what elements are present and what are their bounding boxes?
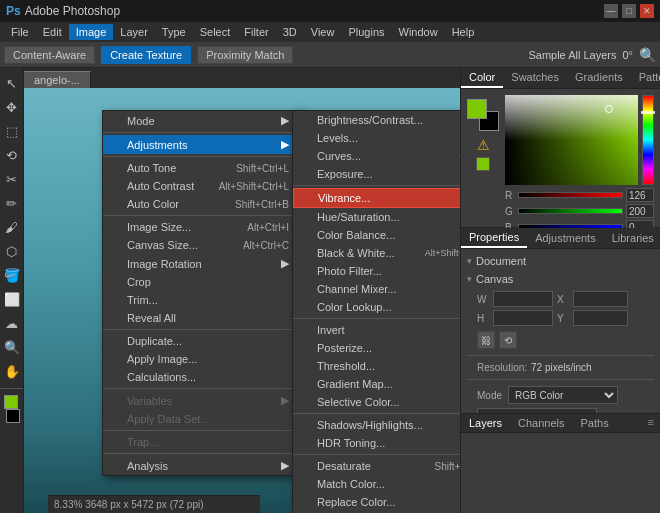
menu-filter[interactable]: Filter — [237, 24, 275, 40]
properties-tab[interactable]: Properties — [461, 228, 527, 248]
bg-color-swatch[interactable] — [6, 409, 20, 423]
adj-hue-sat-item[interactable]: Hue/Saturation...Ctrl+U — [293, 208, 460, 226]
menu-edit[interactable]: Edit — [36, 24, 69, 40]
g-slider[interactable] — [518, 208, 623, 214]
channels-tab[interactable]: Channels — [510, 414, 572, 432]
adj-selective-color-item[interactable]: Selective Color... — [293, 393, 460, 411]
menu-crop-item[interactable]: Crop — [103, 273, 301, 291]
menu-apply-image-item[interactable]: Apply Image... — [103, 350, 301, 368]
adj-exposure-item[interactable]: Exposure... — [293, 165, 460, 183]
patterns-tab[interactable]: Patterns — [631, 68, 660, 88]
eyedropper-tool[interactable]: ✏ — [1, 192, 23, 214]
maximize-button[interactable]: □ — [622, 4, 636, 18]
blur-tool[interactable]: ☁ — [1, 312, 23, 334]
adj-threshold-item[interactable]: Threshold... — [293, 357, 460, 375]
w-input[interactable]: 3648 px — [493, 291, 553, 307]
adjustments-panel-tab[interactable]: Adjustments — [527, 229, 604, 247]
adj-color-balance-item[interactable]: Color Balance...Ctrl+B — [293, 226, 460, 244]
adj-channel-mixer-item[interactable]: Channel Mixer... — [293, 280, 460, 298]
menu-calculations-item[interactable]: Calculations... — [103, 368, 301, 386]
artboard-tool[interactable]: ✥ — [1, 96, 23, 118]
menu-layer[interactable]: Layer — [113, 24, 155, 40]
menu-adjustments-item[interactable]: Adjustments▶ — [103, 135, 301, 154]
search-icon[interactable]: 🔍 — [639, 47, 656, 63]
menu-mode-item[interactable]: Mode▶ — [103, 111, 301, 130]
gradient-tool[interactable]: ⬜ — [1, 288, 23, 310]
adj-curves-item[interactable]: Curves...Ctrl+M — [293, 147, 460, 165]
g-value[interactable] — [626, 204, 654, 218]
adj-shadows-highlights-item[interactable]: Shadows/Highlights... — [293, 416, 460, 434]
mode-select[interactable]: RGB Color CMYK Color Grayscale — [508, 386, 618, 404]
paint-bucket-tool[interactable]: 🪣 — [1, 264, 23, 286]
adj-photo-filter-item[interactable]: Photo Filter... — [293, 262, 460, 280]
adj-vibrance-item[interactable]: Vibrance... — [293, 188, 460, 208]
canvas-header[interactable]: ▾ Canvas — [467, 273, 654, 285]
menu-image[interactable]: Image — [69, 24, 114, 40]
fg-color-box[interactable] — [467, 99, 487, 119]
shape-tool[interactable]: ⬡ — [1, 240, 23, 262]
r-slider[interactable] — [518, 192, 623, 198]
fg-color-swatch[interactable] — [4, 395, 18, 409]
menu-auto-color-item[interactable]: Auto ColorShift+Ctrl+B — [103, 195, 301, 213]
menu-image-size-item[interactable]: Image Size...Alt+Ctrl+I — [103, 218, 301, 236]
adj-bw-item[interactable]: Black & White...Alt+Shift+Ctrl+B — [293, 244, 460, 262]
menu-window[interactable]: Window — [392, 24, 445, 40]
proximity-match-button[interactable]: Proximity Match — [197, 46, 293, 64]
menu-reveal-all-item[interactable]: Reveal All — [103, 309, 301, 327]
adj-gradient-map-item[interactable]: Gradient Map... — [293, 375, 460, 393]
menu-duplicate-item[interactable]: Duplicate... — [103, 332, 301, 350]
menu-file[interactable]: File — [4, 24, 36, 40]
brush-tool[interactable]: 🖌 — [1, 216, 23, 238]
hue-slider[interactable] — [642, 95, 654, 185]
layers-tab[interactable]: Layers — [461, 414, 510, 432]
menu-canvas-size-item[interactable]: Canvas Size...Alt+Ctrl+C — [103, 236, 301, 254]
adj-match-color-item[interactable]: Match Color... — [293, 475, 460, 493]
r-value[interactable] — [626, 188, 654, 202]
minimize-button[interactable]: — — [604, 4, 618, 18]
adj-invert-item[interactable]: InvertCtrl+I — [293, 321, 460, 339]
marquee-tool[interactable]: ⬚ — [1, 120, 23, 142]
menu-auto-tone-item[interactable]: Auto ToneShift+Ctrl+L — [103, 159, 301, 177]
menu-trim-item[interactable]: Trim... — [103, 291, 301, 309]
move-tool[interactable]: ↖ — [1, 72, 23, 94]
adj-hdr-toning-item[interactable]: HDR Toning... — [293, 434, 460, 452]
adj-levels-item[interactable]: Levels...Ctrl+L — [293, 129, 460, 147]
menu-select[interactable]: Select — [193, 24, 238, 40]
close-button[interactable]: ✕ — [640, 4, 654, 18]
y-input[interactable]: 0 px — [573, 310, 628, 326]
fg-bg-colors[interactable] — [467, 99, 499, 131]
swatches-tab[interactable]: Swatches — [503, 68, 567, 88]
adj-desaturate-item[interactable]: DesaturateShift+Ctrl+U — [293, 457, 460, 475]
adj-posterize-item[interactable]: Posterize... — [293, 339, 460, 357]
color-picker[interactable] — [1, 395, 23, 423]
menu-analysis-item[interactable]: Analysis▶ — [103, 456, 301, 475]
lasso-tool[interactable]: ⟲ — [1, 144, 23, 166]
menu-3d[interactable]: 3D — [276, 24, 304, 40]
menu-auto-contrast-item[interactable]: Auto ContrastAlt+Shift+Ctrl+L — [103, 177, 301, 195]
color-preview-small[interactable] — [476, 157, 490, 171]
libraries-tab[interactable]: Libraries — [604, 229, 660, 247]
crop-tool[interactable]: ✂ — [1, 168, 23, 190]
content-aware-button[interactable]: Content-Aware — [4, 46, 95, 64]
menu-image-rotation-item[interactable]: Image Rotation▶ — [103, 254, 301, 273]
menu-type[interactable]: Type — [155, 24, 193, 40]
color-tab[interactable]: Color — [461, 68, 503, 88]
gradients-tab[interactable]: Gradients — [567, 68, 631, 88]
canvas-tab[interactable]: angelo-... — [24, 71, 91, 88]
menu-plugins[interactable]: Plugins — [341, 24, 391, 40]
layers-panel-menu[interactable]: ≡ — [642, 414, 660, 432]
hand-tool[interactable]: ✋ — [1, 360, 23, 382]
menu-view[interactable]: View — [304, 24, 342, 40]
zoom-tool[interactable]: 🔍 — [1, 336, 23, 358]
adj-replace-color-item[interactable]: Replace Color... — [293, 493, 460, 511]
adj-brightness-item[interactable]: Brightness/Contrast... — [293, 111, 460, 129]
h-input[interactable]: 5472 px — [493, 310, 553, 326]
create-texture-button[interactable]: Create Texture — [101, 46, 191, 64]
adj-color-lookup-item[interactable]: Color Lookup... — [293, 298, 460, 316]
menu-help[interactable]: Help — [445, 24, 482, 40]
paths-tab[interactable]: Paths — [573, 414, 617, 432]
constrain-btn[interactable]: ⛓ — [477, 331, 495, 349]
rotate-btn[interactable]: ⟲ — [499, 331, 517, 349]
titlebar-controls[interactable]: — □ ✕ — [604, 4, 654, 18]
color-gradient[interactable] — [505, 95, 638, 185]
